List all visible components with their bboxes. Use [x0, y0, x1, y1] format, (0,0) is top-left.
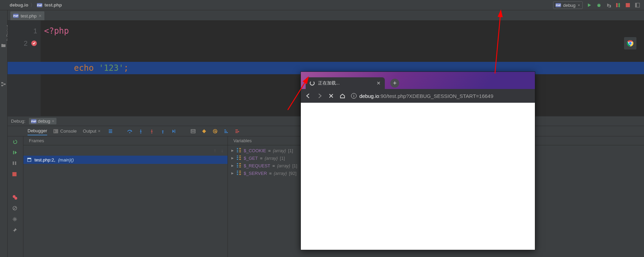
svg-rect-30 — [192, 131, 192, 132]
resume-icon[interactable] — [12, 150, 19, 156]
editor-tab-testphp[interactable]: PHP test.php ✕ — [10, 11, 44, 20]
debug-sidebar — [8, 136, 23, 257]
browser-window[interactable]: 正在加载... ✕ + i debug.io:90/test.php?XDEBU… — [300, 71, 535, 250]
trace-icon[interactable] — [201, 128, 207, 134]
code-token: <?php — [44, 26, 69, 36]
stack-frame[interactable]: test.php:2, {main}() — [23, 156, 228, 164]
expand-icon[interactable]: ▶ — [231, 156, 234, 160]
svg-point-20 — [629, 42, 632, 45]
expand-icon[interactable]: ▶ — [231, 171, 234, 175]
threads-icon[interactable] — [107, 128, 114, 134]
array-icon — [236, 163, 242, 168]
svg-rect-12 — [1, 85, 3, 86]
array-icon — [236, 148, 242, 153]
rerun-icon[interactable] — [12, 139, 19, 145]
svg-rect-32 — [194, 131, 194, 132]
home-button[interactable] — [339, 93, 346, 99]
svg-rect-7 — [619, 3, 620, 7]
step-into-icon[interactable] — [138, 128, 144, 134]
run-config-selector[interactable]: PHP debug ▼ — [553, 1, 583, 9]
variable-name: $_SERVER — [244, 171, 267, 176]
structure-icon — [1, 82, 6, 87]
site-info-icon[interactable]: i — [351, 93, 357, 99]
tab-debugger[interactable]: Debugger — [28, 127, 47, 135]
add-watch-icon[interactable] — [234, 128, 240, 134]
frame-icon — [27, 157, 32, 162]
back-button[interactable] — [305, 93, 311, 99]
browser-viewport[interactable] — [301, 103, 535, 250]
frame-down-icon[interactable]: ↓ — [221, 148, 223, 153]
force-step-into-icon[interactable] — [149, 128, 155, 134]
php-file-icon: PHP — [13, 14, 19, 18]
svg-text:PHP: PHP — [556, 4, 561, 7]
mute-breakpoints-icon[interactable] — [12, 206, 19, 212]
stop-reload-button[interactable] — [328, 93, 334, 99]
php-file-icon: PHP — [37, 3, 42, 7]
svg-rect-37 — [13, 161, 14, 165]
close-icon[interactable]: ✕ — [377, 80, 381, 86]
sort-icon[interactable] — [223, 128, 229, 134]
breadcrumb-project[interactable]: debug.io — [10, 2, 28, 8]
variable-type: {array} — [277, 163, 290, 168]
pause-icon[interactable] — [12, 161, 19, 167]
breakpoint-icon[interactable] — [31, 40, 37, 46]
svg-rect-33 — [202, 129, 206, 133]
profiler-button[interactable] — [615, 2, 621, 8]
left-tool-strip: 1: Project 7: Structure — [0, 10, 8, 257]
debug-session-tab[interactable]: PHP debug ✕ — [29, 118, 56, 124]
tab-output[interactable]: Output ✕ — [83, 127, 101, 135]
svg-point-25 — [129, 132, 130, 133]
top-bar: debug.io 〉 PHP test.php PHP debug ▼ — [0, 0, 644, 10]
code-token: '123' — [99, 63, 124, 73]
frame-up-icon[interactable]: ↑ — [214, 148, 216, 153]
settings-icon[interactable] — [12, 217, 19, 223]
editor-tab-label: test.php — [21, 13, 36, 19]
browser-titlebar[interactable]: 正在加载... ✕ + — [301, 72, 535, 89]
expand-icon[interactable]: ▶ — [231, 149, 234, 152]
run-toolbar: PHP debug ▼ — [553, 0, 641, 10]
php-file-icon: PHP — [556, 3, 561, 7]
svg-rect-39 — [12, 172, 17, 176]
browser-tab-title: 正在加载... — [318, 80, 340, 86]
close-icon[interactable]: ✕ — [98, 129, 101, 133]
variable-size: [1] — [292, 163, 297, 168]
browser-tab[interactable]: 正在加载... ✕ — [306, 77, 385, 89]
pin-icon[interactable] — [12, 228, 19, 234]
evaluate-expression-icon[interactable] — [190, 128, 196, 134]
view-breakpoints-icon[interactable] — [12, 195, 19, 201]
step-over-icon[interactable] — [127, 128, 133, 134]
editor-tabs: PHP test.php ✕ — [8, 10, 644, 21]
forward-button[interactable] — [317, 93, 323, 99]
at-icon[interactable] — [212, 128, 218, 134]
project-tool-tab[interactable]: 1: Project — [0, 31, 8, 35]
svg-rect-38 — [15, 161, 16, 165]
tab-console[interactable]: Console — [53, 127, 77, 135]
svg-rect-13 — [4, 83, 6, 85]
variable-type: {array} — [273, 148, 286, 153]
variable-size: [92] — [289, 171, 297, 176]
svg-point-27 — [151, 132, 152, 133]
run-to-cursor-icon[interactable] — [171, 128, 177, 134]
url-box[interactable]: i debug.io:90/test.php?XDEBUG_SESSION_ST… — [351, 93, 531, 99]
svg-rect-45 — [28, 158, 31, 159]
svg-point-26 — [140, 132, 141, 133]
close-icon[interactable]: ✕ — [52, 119, 54, 123]
new-tab-button[interactable]: + — [390, 79, 399, 88]
debug-button[interactable] — [596, 2, 602, 8]
run-button[interactable] — [586, 2, 592, 8]
stop-icon[interactable] — [12, 172, 19, 178]
frames-title: Frames — [23, 136, 228, 145]
breadcrumb-file[interactable]: test.php — [44, 2, 62, 8]
expand-icon[interactable]: ▶ — [231, 164, 234, 167]
structure-tool-tab[interactable]: 7: Structure — [0, 69, 8, 73]
array-icon — [236, 155, 242, 161]
code-token: ; — [124, 63, 128, 73]
coverage-button[interactable] — [605, 2, 612, 8]
step-out-icon[interactable] — [160, 128, 166, 134]
breadcrumbs[interactable]: debug.io 〉 PHP test.php — [0, 2, 62, 8]
svg-rect-36 — [13, 151, 14, 154]
layout-settings-icon[interactable] — [634, 2, 641, 8]
stop-button[interactable] — [625, 2, 631, 8]
close-icon[interactable]: ✕ — [39, 14, 42, 18]
chrome-browser-icon[interactable] — [624, 37, 636, 49]
